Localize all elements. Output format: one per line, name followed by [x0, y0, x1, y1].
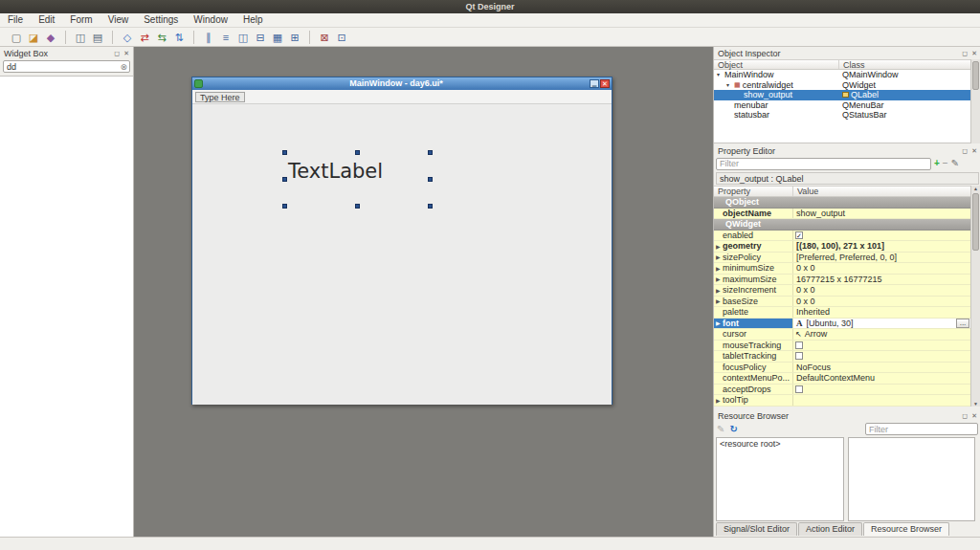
close-icon[interactable]: ✕	[971, 144, 977, 157]
minimize-icon[interactable]: ▁	[590, 79, 599, 88]
layout-splitter-horizontal-icon[interactable]: ◫	[234, 30, 252, 45]
float-icon[interactable]: ◻	[962, 47, 968, 59]
text-label[interactable]: TextLabel	[288, 160, 383, 183]
close-icon[interactable]: ✕	[971, 409, 977, 422]
inspector-row-statusbar[interactable]: statusbarQStatusBar	[714, 110, 971, 121]
tab-resource-browser[interactable]: Resource Browser	[863, 522, 949, 536]
expander-icon[interactable]: ▾	[717, 70, 724, 80]
float-icon[interactable]: ◻	[962, 144, 968, 157]
object-inspector-scrollbar[interactable]	[970, 59, 980, 143]
edit-buddies-icon[interactable]: ⇆	[153, 30, 170, 45]
property-row-mouseTracking[interactable]: mouseTracking	[714, 341, 971, 352]
property-row-baseSize[interactable]: ▶baseSize0 x 0	[714, 297, 971, 308]
selection-handle[interactable]	[428, 204, 433, 209]
inspector-row-MainWindow[interactable]: ▾MainWindowQMainWindow	[714, 70, 971, 80]
checkbox-unchecked[interactable]	[795, 385, 803, 393]
inspector-row-menubar[interactable]: menubarQMenuBar	[714, 100, 971, 111]
selection-handle[interactable]	[428, 177, 433, 182]
property-filter-input[interactable]	[716, 158, 931, 170]
scrollbar-thumb[interactable]	[972, 61, 979, 90]
column-property[interactable]: Property	[714, 187, 793, 196]
menu-edit[interactable]: Edit	[31, 13, 62, 27]
menu-form[interactable]: Form	[62, 13, 100, 27]
resource-tree[interactable]: <resource root>	[716, 437, 844, 521]
close-icon[interactable]: ✕	[600, 79, 610, 88]
property-row-font[interactable]: ▶fontA[Ubuntu, 30]...	[714, 319, 971, 330]
configure-property-icon[interactable]: ✎	[951, 158, 959, 169]
layout-splitter-vertical-icon[interactable]: ⊟	[252, 30, 269, 45]
property-row-acceptDrops[interactable]: acceptDrops	[714, 385, 971, 396]
property-group-QObject[interactable]: QObject	[714, 197, 971, 209]
adjust-size-icon[interactable]: ⊡	[333, 30, 350, 45]
checkbox-unchecked[interactable]	[795, 352, 803, 360]
edit-resources-icon[interactable]: ✎	[717, 424, 724, 434]
break-layout-icon[interactable]: ⊠	[316, 30, 333, 45]
tab-action-editor[interactable]: Action Editor	[798, 522, 862, 536]
menu-file[interactable]: File	[0, 13, 31, 27]
property-row-geometry[interactable]: ▶geometry[(180, 100), 271 x 101]	[714, 241, 971, 253]
property-row-minimumSize[interactable]: ▶minimumSize0 x 0	[714, 263, 971, 275]
selection-handle[interactable]	[282, 150, 287, 155]
column-object[interactable]: Object	[714, 60, 839, 69]
column-value[interactable]: Value	[793, 187, 971, 196]
resource-filter-input[interactable]	[865, 423, 978, 435]
resource-root-item[interactable]: <resource root>	[720, 439, 781, 449]
close-icon[interactable]: ✕	[971, 47, 977, 59]
edit-widgets-icon[interactable]: ◇	[119, 30, 136, 45]
layout-horizontally-icon[interactable]: ∥	[200, 30, 217, 45]
property-row-sizePolicy[interactable]: ▶sizePolicy[Preferred, Preferred, 0, 0]	[714, 253, 971, 264]
expander-icon[interactable]: ▶	[714, 275, 723, 282]
selection-handle[interactable]	[428, 150, 433, 155]
property-row-maximumSize[interactable]: ▶maximumSize16777215 x 16777215	[714, 275, 971, 286]
checkbox-checked[interactable]: ✓	[795, 231, 803, 239]
layout-vertically-icon[interactable]: ≡	[217, 30, 234, 45]
property-row-palette[interactable]: paletteInherited	[714, 307, 971, 319]
clear-filter-icon[interactable]: ⊗	[120, 61, 127, 73]
property-row-contextMenuPo[interactable]: contextMenuPo...DefaultContextMenu	[714, 373, 971, 385]
property-row-toolTip[interactable]: ▶toolTip	[714, 395, 971, 407]
scroll-up-icon[interactable]: ▲	[971, 186, 980, 191]
selection-handle[interactable]	[355, 150, 360, 155]
property-editor-scrollbar[interactable]: ▲ ▼	[970, 186, 980, 407]
remove-property-icon[interactable]: −	[943, 158, 948, 169]
scroll-down-icon[interactable]: ▼	[971, 401, 980, 407]
selection-handle[interactable]	[282, 204, 287, 209]
expander-icon[interactable]: ▶	[714, 319, 723, 326]
font-dialog-button[interactable]: ...	[956, 319, 969, 328]
inspector-row-centralwidget[interactable]: ▾▦centralwidgetQWidget	[714, 80, 971, 91]
widget-box-list[interactable]	[0, 76, 133, 537]
property-row-tabletTracking[interactable]: tabletTracking	[714, 351, 971, 363]
form-titlebar[interactable]: MainWindow - day6.ui* ▁ ✕	[192, 77, 612, 90]
menu-settings[interactable]: Settings	[136, 13, 186, 27]
property-row-focusPolicy[interactable]: focusPolicyNoFocus	[714, 363, 971, 374]
property-row-objectName[interactable]: objectNameshow_output	[714, 209, 971, 220]
property-row-cursor[interactable]: cursor↖Arrow	[714, 329, 971, 341]
expander-icon[interactable]: ▶	[714, 253, 723, 260]
form-canvas[interactable]: TextLabel	[192, 104, 612, 405]
float-icon[interactable]: ◻	[114, 47, 120, 59]
expander-icon[interactable]: ▶	[714, 297, 723, 304]
checkbox-unchecked[interactable]	[795, 341, 803, 349]
expander-icon[interactable]: ▶	[714, 265, 723, 272]
expander-icon[interactable]: ▶	[714, 243, 723, 250]
inspector-row-show_output[interactable]: show_outputQLabel	[714, 90, 971, 100]
widget-box-filter-input[interactable]	[3, 60, 130, 73]
column-class[interactable]: Class	[839, 60, 971, 69]
expander-icon[interactable]: ▶	[714, 287, 723, 294]
reload-icon[interactable]: ↻	[729, 424, 737, 434]
edit-tab-order-icon[interactable]: ⇅	[170, 30, 188, 45]
expander-icon[interactable]: ▾	[726, 80, 734, 91]
expander-icon[interactable]: ▶	[714, 397, 723, 404]
new-form-icon[interactable]: ▢	[8, 30, 25, 45]
scrollbar-thumb[interactable]	[972, 193, 979, 251]
property-row-sizeIncrement[interactable]: ▶sizeIncrement0 x 0	[714, 285, 971, 297]
menu-type-here[interactable]: Type Here	[195, 92, 245, 102]
resource-contents[interactable]	[848, 437, 975, 521]
float-icon[interactable]: ◻	[962, 409, 968, 422]
menu-window[interactable]: Window	[186, 13, 235, 27]
selection-handle[interactable]	[282, 177, 287, 182]
edit-signals-slots-icon[interactable]: ⇄	[136, 30, 153, 45]
window-titlebar[interactable]: Qt Designer	[0, 0, 980, 13]
copy-icon[interactable]: ◫	[72, 30, 89, 45]
open-form-icon[interactable]: ◪	[25, 30, 42, 45]
